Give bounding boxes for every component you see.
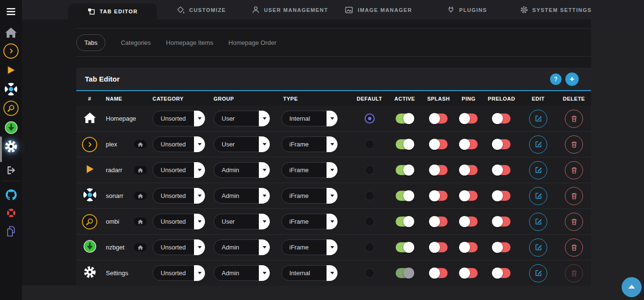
type-select[interactable]: iFrame	[281, 162, 337, 178]
delete-button[interactable]	[565, 213, 583, 231]
ping-toggle[interactable]	[460, 242, 478, 252]
edit-button[interactable]	[529, 110, 547, 128]
active-toggle[interactable]	[396, 217, 414, 227]
category-select[interactable]: Unsorted	[153, 239, 205, 255]
default-radio[interactable]	[365, 139, 375, 149]
sidebar-item-settings-active[interactable]	[0, 138, 22, 155]
scroll-to-top-button[interactable]	[622, 277, 642, 297]
active-toggle[interactable]	[396, 242, 414, 252]
splash-toggle[interactable]	[429, 191, 448, 201]
preload-cell	[483, 139, 520, 149]
homepage-badge	[134, 140, 147, 148]
tab-system-settings[interactable]: SYSTEM SETTINGS	[511, 0, 600, 20]
delete-button[interactable]	[565, 238, 583, 257]
group-select[interactable]: Admin	[214, 265, 270, 281]
splash-toggle[interactable]	[429, 114, 448, 124]
category-select[interactable]: Unsorted	[153, 111, 205, 126]
sidebar-item-ombi[interactable]	[0, 100, 22, 116]
help-button[interactable]: ?	[550, 73, 562, 85]
splash-toggle[interactable]	[429, 242, 448, 252]
default-radio[interactable]	[365, 217, 375, 227]
delete-button[interactable]	[565, 110, 583, 128]
preload-toggle[interactable]	[492, 268, 511, 278]
tab-tab-editor[interactable]: TAB EDITOR	[68, 3, 157, 20]
preload-toggle[interactable]	[492, 217, 511, 227]
active-toggle[interactable]	[396, 139, 414, 149]
edit-button[interactable]	[529, 187, 547, 205]
sidebar-item-plex[interactable]	[0, 43, 22, 59]
group-select[interactable]: Admin	[214, 188, 270, 204]
active-toggle[interactable]	[396, 165, 414, 175]
type-select[interactable]: iFrame	[281, 239, 337, 255]
tab-user-management[interactable]: USER MANAGEMENT	[245, 0, 334, 20]
sidebar-item-nzbget[interactable]	[0, 119, 22, 135]
tab-plugins[interactable]: PLUGINS	[423, 0, 511, 20]
category-select[interactable]: Unsorted	[153, 162, 205, 178]
edit-button[interactable]	[529, 135, 547, 154]
ping-toggle[interactable]	[460, 268, 478, 278]
subtab-homepage-order[interactable]: Homepage Order	[228, 39, 276, 46]
category-select[interactable]: Unsorted	[153, 188, 205, 204]
sidebar-item-sonarr[interactable]	[0, 81, 22, 97]
pages-icon	[5, 226, 17, 237]
ping-toggle[interactable]	[460, 191, 478, 201]
edit-cell	[520, 238, 557, 257]
edit-button[interactable]	[529, 264, 547, 282]
group-select[interactable]: User	[214, 111, 270, 126]
ping-toggle[interactable]	[460, 165, 478, 175]
preload-toggle[interactable]	[492, 114, 511, 124]
edit-button[interactable]	[529, 161, 547, 179]
type-select[interactable]: iFrame	[281, 136, 337, 152]
sidebar-scrollbar[interactable]	[0, 136, 2, 162]
tab-customize[interactable]: CUSTOMIZE	[157, 0, 245, 20]
group-select[interactable]: User	[214, 136, 270, 152]
preload-toggle[interactable]	[492, 242, 511, 252]
splash-toggle[interactable]	[429, 139, 448, 149]
add-tab-button[interactable]: +	[565, 72, 579, 86]
splash-toggle[interactable]	[429, 217, 448, 227]
splash-toggle[interactable]	[429, 268, 448, 278]
active-cell	[386, 139, 423, 149]
delete-button[interactable]	[565, 161, 583, 179]
group-select[interactable]: Admin	[214, 239, 270, 255]
type-select[interactable]: iFrame	[281, 188, 337, 204]
category-select[interactable]: Unsorted	[153, 214, 205, 229]
preload-toggle[interactable]	[492, 191, 511, 201]
edit-button[interactable]	[529, 213, 547, 231]
ping-toggle[interactable]	[460, 217, 478, 227]
subtab-tabs[interactable]: Tabs	[76, 34, 105, 51]
edit-button[interactable]	[529, 238, 547, 257]
active-toggle[interactable]	[396, 114, 414, 124]
preload-toggle[interactable]	[492, 139, 511, 149]
group-select[interactable]: Admin	[214, 162, 270, 178]
active-toggle[interactable]	[396, 191, 414, 201]
category-select[interactable]: Unsorted	[153, 136, 205, 152]
sidebar-item-homepage[interactable]	[0, 24, 22, 41]
tab-image-manager[interactable]: IMAGE MANAGER	[334, 0, 423, 20]
type-select[interactable]: Internal	[281, 111, 337, 126]
delete-button[interactable]	[565, 135, 583, 154]
subtab-homepage-items[interactable]: Homepage Items	[166, 39, 213, 46]
default-radio[interactable]	[365, 165, 375, 175]
sidebar-item-logout[interactable]	[0, 162, 22, 178]
group-select[interactable]: User	[214, 214, 270, 229]
default-radio[interactable]	[365, 242, 375, 252]
category-select[interactable]: Unsorted	[153, 265, 205, 281]
delete-button[interactable]	[565, 187, 583, 205]
type-select[interactable]: Internal	[281, 265, 337, 281]
chevron-down-icon	[327, 162, 337, 178]
default-radio[interactable]	[365, 191, 375, 201]
default-radio[interactable]	[365, 114, 375, 124]
type-select[interactable]: iFrame	[281, 214, 337, 229]
hamburger-menu-button[interactable]	[0, 3, 22, 20]
ping-toggle[interactable]	[460, 139, 478, 149]
ping-toggle[interactable]	[460, 114, 478, 124]
default-radio[interactable]	[365, 268, 375, 278]
subtab-categories[interactable]: Categories	[121, 39, 151, 46]
splash-toggle[interactable]	[429, 165, 448, 175]
sidebar-item-support[interactable]	[0, 205, 22, 221]
sidebar-item-pages[interactable]	[0, 223, 22, 239]
sidebar-item-github[interactable]	[0, 186, 22, 203]
preload-toggle[interactable]	[492, 165, 511, 175]
sidebar-item-radarr[interactable]	[0, 62, 22, 78]
